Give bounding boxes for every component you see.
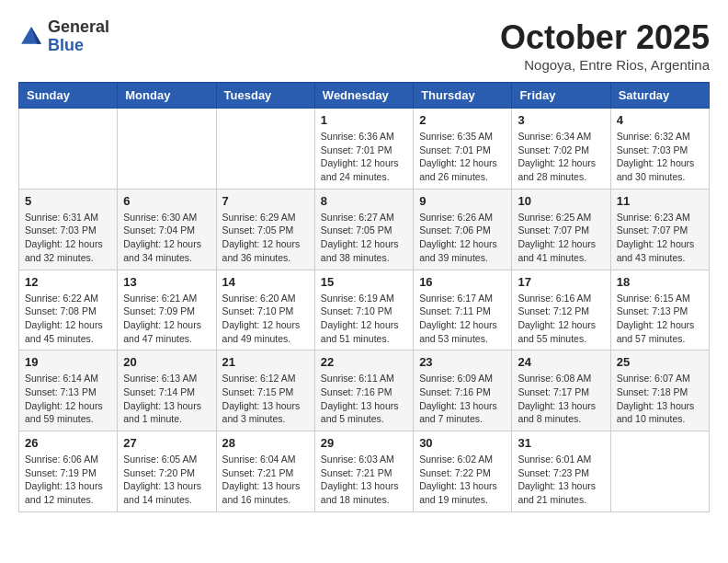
title-block: October 2025 Nogoya, Entre Rios, Argenti…	[500, 18, 710, 73]
day-info: Sunrise: 6:07 AMSunset: 7:18 PMDaylight:…	[617, 372, 703, 426]
table-row: 24Sunrise: 6:08 AMSunset: 7:17 PMDayligh…	[512, 350, 610, 431]
table-row: 28Sunrise: 6:04 AMSunset: 7:21 PMDayligh…	[216, 431, 314, 512]
day-number: 15	[321, 275, 407, 289]
day-number: 27	[123, 436, 210, 450]
day-number: 8	[321, 194, 407, 208]
day-number: 3	[518, 113, 604, 127]
table-row: 16Sunrise: 6:17 AMSunset: 7:11 PMDayligh…	[414, 270, 512, 350]
day-info: Sunrise: 6:12 AMSunset: 7:15 PMDaylight:…	[222, 372, 309, 426]
day-number: 26	[25, 436, 111, 450]
day-info: Sunrise: 6:30 AMSunset: 7:04 PMDaylight:…	[123, 211, 210, 265]
day-number: 20	[123, 355, 210, 369]
day-info: Sunrise: 6:15 AMSunset: 7:13 PMDaylight:…	[617, 292, 703, 346]
logo-general: General	[48, 18, 109, 37]
day-info: Sunrise: 6:16 AMSunset: 7:12 PMDaylight:…	[518, 292, 604, 346]
table-row: 29Sunrise: 6:03 AMSunset: 7:21 PMDayligh…	[314, 431, 413, 512]
table-row	[216, 109, 314, 190]
col-sunday: Sunday	[19, 83, 118, 109]
day-info: Sunrise: 6:20 AMSunset: 7:10 PMDaylight:…	[222, 292, 309, 346]
table-row: 19Sunrise: 6:14 AMSunset: 7:13 PMDayligh…	[19, 350, 118, 431]
table-row: 6Sunrise: 6:30 AMSunset: 7:04 PMDaylight…	[118, 189, 216, 270]
day-number: 4	[617, 113, 703, 127]
day-number: 24	[518, 355, 604, 369]
table-row: 25Sunrise: 6:07 AMSunset: 7:18 PMDayligh…	[610, 350, 709, 431]
day-number: 31	[518, 436, 604, 450]
day-info: Sunrise: 6:29 AMSunset: 7:05 PMDaylight:…	[222, 211, 309, 265]
day-number: 5	[25, 194, 111, 208]
day-info: Sunrise: 6:32 AMSunset: 7:03 PMDaylight:…	[617, 130, 703, 184]
day-number: 28	[222, 436, 309, 450]
table-row: 22Sunrise: 6:11 AMSunset: 7:16 PMDayligh…	[314, 350, 413, 431]
calendar-week-row: 12Sunrise: 6:22 AMSunset: 7:08 PMDayligh…	[19, 270, 710, 350]
day-number: 16	[419, 275, 506, 289]
day-number: 9	[419, 194, 506, 208]
logo: General Blue	[18, 18, 109, 55]
day-info: Sunrise: 6:08 AMSunset: 7:17 PMDaylight:…	[518, 372, 604, 426]
table-row	[118, 109, 216, 190]
day-number: 30	[419, 436, 506, 450]
day-number: 13	[123, 275, 210, 289]
day-info: Sunrise: 6:03 AMSunset: 7:21 PMDaylight:…	[321, 453, 407, 507]
day-info: Sunrise: 6:06 AMSunset: 7:19 PMDaylight:…	[25, 453, 111, 507]
table-row: 14Sunrise: 6:20 AMSunset: 7:10 PMDayligh…	[216, 270, 314, 350]
day-number: 14	[222, 275, 309, 289]
day-info: Sunrise: 6:19 AMSunset: 7:10 PMDaylight:…	[321, 292, 407, 346]
table-row: 7Sunrise: 6:29 AMSunset: 7:05 PMDaylight…	[216, 189, 314, 270]
day-number: 29	[321, 436, 407, 450]
day-info: Sunrise: 6:26 AMSunset: 7:06 PMDaylight:…	[419, 211, 506, 265]
day-info: Sunrise: 6:11 AMSunset: 7:16 PMDaylight:…	[321, 372, 407, 426]
day-number: 6	[123, 194, 210, 208]
day-number: 19	[25, 355, 111, 369]
col-friday: Friday	[512, 83, 610, 109]
day-number: 25	[617, 355, 703, 369]
table-row: 3Sunrise: 6:34 AMSunset: 7:02 PMDaylight…	[512, 109, 610, 190]
table-row: 9Sunrise: 6:26 AMSunset: 7:06 PMDaylight…	[414, 189, 512, 270]
page-header: General Blue October 2025 Nogoya, Entre …	[18, 18, 710, 73]
table-row: 26Sunrise: 6:06 AMSunset: 7:19 PMDayligh…	[19, 431, 118, 512]
day-number: 2	[419, 113, 506, 127]
day-info: Sunrise: 6:27 AMSunset: 7:05 PMDaylight:…	[321, 211, 407, 265]
day-info: Sunrise: 6:34 AMSunset: 7:02 PMDaylight:…	[518, 130, 604, 184]
calendar: Sunday Monday Tuesday Wednesday Thursday…	[18, 82, 710, 512]
day-number: 12	[25, 275, 111, 289]
day-number: 22	[321, 355, 407, 369]
calendar-header-row: Sunday Monday Tuesday Wednesday Thursday…	[19, 83, 710, 109]
day-info: Sunrise: 6:13 AMSunset: 7:14 PMDaylight:…	[123, 372, 210, 426]
day-info: Sunrise: 6:01 AMSunset: 7:23 PMDaylight:…	[518, 453, 604, 507]
col-wednesday: Wednesday	[314, 83, 413, 109]
day-info: Sunrise: 6:36 AMSunset: 7:01 PMDaylight:…	[321, 130, 407, 184]
day-info: Sunrise: 6:22 AMSunset: 7:08 PMDaylight:…	[25, 292, 111, 346]
day-number: 10	[518, 194, 604, 208]
location: Nogoya, Entre Rios, Argentina	[500, 57, 710, 73]
calendar-week-row: 19Sunrise: 6:14 AMSunset: 7:13 PMDayligh…	[19, 350, 710, 431]
day-info: Sunrise: 6:04 AMSunset: 7:21 PMDaylight:…	[222, 453, 309, 507]
logo-blue: Blue	[48, 37, 109, 55]
table-row: 23Sunrise: 6:09 AMSunset: 7:16 PMDayligh…	[414, 350, 512, 431]
day-info: Sunrise: 6:09 AMSunset: 7:16 PMDaylight:…	[419, 372, 506, 426]
day-number: 23	[419, 355, 506, 369]
table-row: 13Sunrise: 6:21 AMSunset: 7:09 PMDayligh…	[118, 270, 216, 350]
day-info: Sunrise: 6:02 AMSunset: 7:22 PMDaylight:…	[419, 453, 506, 507]
table-row: 18Sunrise: 6:15 AMSunset: 7:13 PMDayligh…	[610, 270, 709, 350]
calendar-week-row: 5Sunrise: 6:31 AMSunset: 7:03 PMDaylight…	[19, 189, 710, 270]
day-number: 11	[617, 194, 703, 208]
table-row: 27Sunrise: 6:05 AMSunset: 7:20 PMDayligh…	[118, 431, 216, 512]
table-row: 20Sunrise: 6:13 AMSunset: 7:14 PMDayligh…	[118, 350, 216, 431]
table-row	[610, 431, 709, 512]
day-number: 7	[222, 194, 309, 208]
table-row: 5Sunrise: 6:31 AMSunset: 7:03 PMDaylight…	[19, 189, 118, 270]
table-row	[19, 109, 118, 190]
table-row: 21Sunrise: 6:12 AMSunset: 7:15 PMDayligh…	[216, 350, 314, 431]
logo-icon	[18, 24, 44, 50]
day-info: Sunrise: 6:17 AMSunset: 7:11 PMDaylight:…	[419, 292, 506, 346]
table-row: 31Sunrise: 6:01 AMSunset: 7:23 PMDayligh…	[512, 431, 610, 512]
col-thursday: Thursday	[414, 83, 512, 109]
table-row: 4Sunrise: 6:32 AMSunset: 7:03 PMDaylight…	[610, 109, 709, 190]
table-row: 8Sunrise: 6:27 AMSunset: 7:05 PMDaylight…	[314, 189, 413, 270]
day-number: 1	[321, 113, 407, 127]
table-row: 11Sunrise: 6:23 AMSunset: 7:07 PMDayligh…	[610, 189, 709, 270]
calendar-week-row: 1Sunrise: 6:36 AMSunset: 7:01 PMDaylight…	[19, 109, 710, 190]
day-number: 18	[617, 275, 703, 289]
day-info: Sunrise: 6:35 AMSunset: 7:01 PMDaylight:…	[419, 130, 506, 184]
col-monday: Monday	[118, 83, 216, 109]
